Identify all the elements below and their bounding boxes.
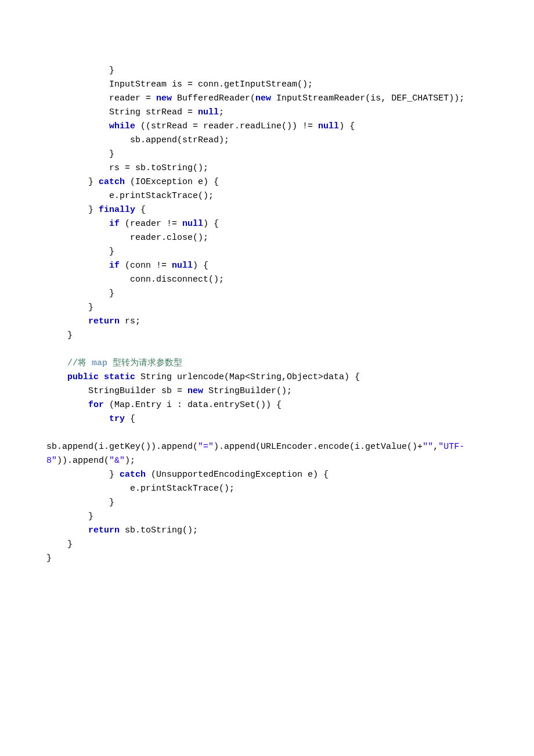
document-page: } InputStream is = conn.getInputStream()… [0,0,534,756]
code-block: } InputStream is = conn.getInputStream()… [46,64,488,566]
